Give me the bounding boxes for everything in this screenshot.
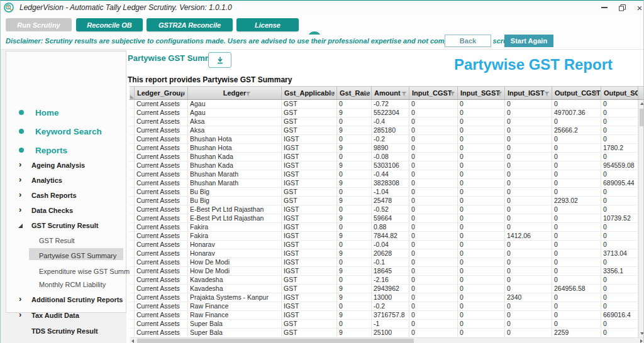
table-cell[interactable]: 0: [458, 205, 505, 214]
table-cell[interactable]: 0: [409, 161, 458, 170]
table-cell[interactable]: 0: [505, 179, 552, 188]
table-cell[interactable]: 0: [458, 170, 505, 179]
table-cell[interactable]: -0.2: [372, 135, 409, 144]
table-cell[interactable]: 0: [601, 126, 638, 135]
table-row[interactable]: Current AssetsSuper BalaGST0-100000: [130, 320, 638, 329]
table-cell[interactable]: 0: [337, 302, 372, 311]
table-cell[interactable]: GST: [282, 329, 337, 337]
table-cell[interactable]: 9: [337, 311, 372, 320]
table-row[interactable]: Current AssetsRaw FinanceIGST0-0.200000: [130, 302, 638, 311]
table-cell[interactable]: 9: [337, 232, 372, 241]
table-cell[interactable]: 0: [601, 170, 638, 179]
table-cell[interactable]: Current Assets: [135, 302, 188, 311]
table-row[interactable]: Current AssetsKavadeshaGST0-2.1600000: [130, 276, 638, 285]
table-cell[interactable]: IGST: [282, 258, 337, 267]
table-cell[interactable]: 0: [337, 320, 372, 329]
table-cell[interactable]: 1780.2: [601, 144, 638, 153]
tree-item-expenditure-wise-gst-summary[interactable]: Expenditure wise GST Summary: [6, 266, 126, 277]
table-cell[interactable]: Aksa: [188, 126, 282, 135]
table-cell[interactable]: 7844.82: [372, 232, 409, 241]
table-row[interactable]: Current AssetsHonaravIGST92062800003713.…: [130, 249, 638, 258]
table-cell[interactable]: 0: [458, 232, 505, 241]
table-row[interactable]: Current AssetsBhushan HotaIGST0-0.200000: [130, 135, 638, 144]
table-row[interactable]: Current AssetsBu BigGST9254780002293.020: [130, 197, 638, 205]
table-cell[interactable]: 0: [458, 153, 505, 161]
table-cell[interactable]: Current Assets: [135, 249, 188, 258]
table-cell[interactable]: 0: [458, 249, 505, 258]
table-cell[interactable]: Bhushan Kada: [188, 161, 282, 170]
table-cell[interactable]: 0: [505, 197, 552, 205]
table-cell[interactable]: Aksa: [188, 117, 282, 126]
table-cell[interactable]: 0: [409, 276, 458, 285]
table-row[interactable]: Current AssetsAksaGST928518000025666.20: [130, 126, 638, 135]
table-cell[interactable]: -0.52: [372, 205, 409, 214]
table-cell[interactable]: Kavadesha: [188, 276, 282, 285]
tree-item-gst-result[interactable]: GST Result: [6, 235, 126, 246]
table-cell[interactable]: 0: [458, 197, 505, 205]
table-cell[interactable]: GST: [282, 276, 337, 285]
table-cell[interactable]: 0: [505, 285, 552, 293]
table-cell[interactable]: 0: [458, 100, 505, 109]
table-cell[interactable]: 0: [458, 117, 505, 126]
table-cell[interactable]: IGST: [282, 249, 337, 258]
table-cell[interactable]: 0: [505, 320, 552, 329]
table-cell[interactable]: Current Assets: [135, 109, 188, 117]
table-cell[interactable]: -0.1: [372, 258, 409, 267]
start-again-button[interactable]: Start Again: [504, 35, 553, 47]
table-cell[interactable]: Honarav: [188, 241, 282, 249]
table-cell[interactable]: Current Assets: [135, 311, 188, 320]
table-cell[interactable]: Current Assets: [135, 320, 188, 329]
table-cell[interactable]: Current Assets: [135, 179, 188, 188]
table-cell[interactable]: IGST: [282, 153, 337, 161]
table-row[interactable]: Current AssetsAgauGST95522304000497007.3…: [130, 109, 638, 117]
table-cell[interactable]: 0: [409, 258, 458, 267]
table-cell[interactable]: IGST: [282, 214, 337, 223]
table-cell[interactable]: 0: [505, 258, 552, 267]
table-cell[interactable]: 0: [505, 249, 552, 258]
table-row[interactable]: Current AssetsPrajakta Systems - KanpurI…: [130, 293, 638, 302]
table-cell[interactable]: 9: [337, 161, 372, 170]
table-cell[interactable]: 0: [458, 179, 505, 188]
table-cell[interactable]: Current Assets: [135, 153, 188, 161]
table-cell[interactable]: Current Assets: [135, 197, 188, 205]
table-cell[interactable]: 0: [505, 276, 552, 285]
table-cell[interactable]: 0: [409, 223, 458, 232]
table-cell[interactable]: Bu Big: [188, 188, 282, 197]
scroll-right-icon[interactable]: [640, 339, 643, 343]
table-cell[interactable]: 0: [458, 214, 505, 223]
table-cell[interactable]: IGST: [282, 302, 337, 311]
table-cell[interactable]: 0: [552, 249, 601, 258]
table-cell[interactable]: 9890: [372, 144, 409, 153]
table-cell[interactable]: 0: [552, 179, 601, 188]
table-cell[interactable]: Current Assets: [135, 232, 188, 241]
table-cell[interactable]: 0: [409, 241, 458, 249]
tree-item-partywise-gst-summary[interactable]: Partywise GST Summary: [6, 250, 126, 261]
table-cell[interactable]: 0: [601, 117, 638, 126]
table-cell[interactable]: Current Assets: [135, 161, 188, 170]
table-cell[interactable]: 0: [552, 293, 601, 302]
table-cell[interactable]: 0: [409, 293, 458, 302]
gstr2a-reconcile-button[interactable]: GSTR2A Reconcile: [147, 18, 233, 31]
table-cell[interactable]: -0.2: [372, 302, 409, 311]
table-cell[interactable]: 669016.4: [601, 311, 638, 320]
table-cell[interactable]: Current Assets: [135, 100, 188, 109]
table-cell[interactable]: IGST: [282, 223, 337, 232]
table-cell[interactable]: 0: [601, 276, 638, 285]
table-cell[interactable]: Current Assets: [135, 267, 188, 276]
filter-icon[interactable]: [401, 91, 407, 97]
table-cell[interactable]: Current Assets: [135, 285, 188, 293]
table-cell[interactable]: 0: [458, 311, 505, 320]
tree-item-cash-reports[interactable]: › Cash Reports: [6, 190, 126, 201]
table-cell[interactable]: 0: [458, 293, 505, 302]
column-header-input-sgst[interactable]: Input_SGST: [458, 87, 505, 99]
table-cell[interactable]: 0: [337, 153, 372, 161]
table-row[interactable]: Current AssetsBhushan MarathIGST93828308…: [130, 179, 638, 188]
table-cell[interactable]: IGST: [282, 293, 337, 302]
table-cell[interactable]: GST: [282, 285, 337, 293]
table-cell[interactable]: GST: [282, 188, 337, 197]
table-cell[interactable]: 25478: [372, 197, 409, 205]
scroll-left-icon[interactable]: [131, 339, 134, 343]
table-cell[interactable]: 0: [409, 205, 458, 214]
table-cell[interactable]: 0: [552, 223, 601, 232]
vertical-scrollbar[interactable]: [638, 100, 644, 337]
